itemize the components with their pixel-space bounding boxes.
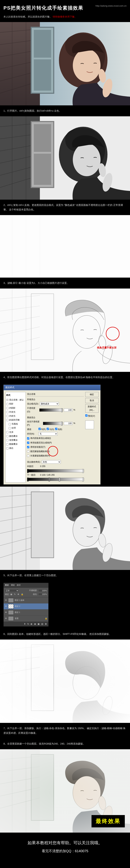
svg-point-31 xyxy=(73,143,101,176)
tab-layers[interactable]: 图层 xyxy=(5,584,9,587)
preview-checkbox[interactable]: 预览(V) xyxy=(85,414,99,418)
adv-opt-2[interactable]: 将剪贴图层混合成组(P) xyxy=(27,441,84,445)
style-item[interactable]: 图案叠加 xyxy=(6,442,25,446)
lock-icon: 🔒 xyxy=(45,617,47,620)
trash-icon[interactable]: 🗑 xyxy=(45,622,47,626)
svg-rect-34 xyxy=(0,215,130,278)
visibility-icon[interactable]: 👁 xyxy=(5,599,7,601)
knockout-label: 挖空(N): xyxy=(27,432,37,436)
this-layer-slider[interactable] xyxy=(27,469,84,472)
adv-opt-1[interactable]: 将内部效果混合成组(I) xyxy=(27,436,84,440)
layer-style-dialog-wrap: 图层样式 样式 混合选项：默认 投影 内阴影 外发光 内发光 斜面和浮雕 等高线… xyxy=(0,383,130,487)
blend-if-select[interactable]: 灰色 xyxy=(42,460,61,464)
link-icon[interactable]: ⬍ xyxy=(24,622,26,626)
visibility-icon[interactable]: 👁 xyxy=(5,611,7,614)
fill-opacity-input[interactable] xyxy=(64,422,72,425)
dialog-options: 混合选项 常规混合 混合模式(D):颜色减淡 不透明度(O):% 高级混合 填充… xyxy=(27,392,84,483)
svg-point-14 xyxy=(73,49,101,82)
header: PS把美女照片转化成手绘素描效果 http://adong.www.zcool.… xyxy=(0,0,130,14)
footer-qq-label: 看完不清楚的加QQ： xyxy=(42,849,75,853)
layer-fill-input[interactable] xyxy=(38,593,47,595)
svg-point-63 xyxy=(73,514,101,547)
step-7-text: 7。向下合并一层。添加蒙版。执行：滤镜-杂色-添加杂色。数量设为 150%。 确… xyxy=(3,727,126,734)
source-url: http://adong.www.zcool.com.cn xyxy=(96,4,127,8)
svg-rect-11 xyxy=(34,30,51,58)
layer-row[interactable]: 👁 图层 2 xyxy=(4,603,48,610)
fill-opacity-label: 填充不透明度(F): xyxy=(27,420,42,427)
step-2-text: 2。ctrl+j 复制 ctrl+i 反相。更改图层的混合模式。设置为 "颜色减… xyxy=(3,204,123,211)
layer-thumb xyxy=(8,610,14,615)
image-sketch-dark xyxy=(0,487,130,570)
style-item[interactable]: 投影 xyxy=(6,402,25,406)
style-item[interactable]: 描边 xyxy=(6,446,25,450)
step-5: 5。向下合并一层。在背景上面建立一个空白图层。 xyxy=(0,570,130,581)
channel-r[interactable]: R(R) xyxy=(38,428,46,431)
layer-thumb xyxy=(8,604,14,609)
style-item[interactable]: 等高线 xyxy=(6,422,25,426)
channel-g[interactable]: G(G) xyxy=(46,428,54,431)
channels-label: 通道: xyxy=(27,428,37,431)
visibility-icon[interactable]: 👁 xyxy=(5,617,7,620)
visibility-icon[interactable]: 👁 xyxy=(5,605,7,608)
intro-main: 本人比较喜欢转绘赋。所以就喜欢的图片嘛。 xyxy=(3,15,52,18)
tab-channels[interactable]: 通道 xyxy=(11,584,15,587)
style-item[interactable]: 内阴影 xyxy=(6,406,25,410)
image-sketch-light: 线条尽量不要太深 xyxy=(0,288,130,372)
footer-line-1: 如果本教程对您有帮助。可以关注我哦。 xyxy=(3,840,127,846)
styles-header: 样式 xyxy=(6,393,25,398)
svg-rect-12 xyxy=(34,59,51,91)
layer-blend-mode[interactable]: 正常 xyxy=(5,589,19,592)
layer-name: 图层 1 xyxy=(15,611,47,614)
style-item[interactable]: 混合选项：默认 xyxy=(6,398,25,402)
layer-style-dialog: 图层样式 样式 混合选项：默认 投影 内阴影 外发光 内发光 斜面和浮雕 等高线… xyxy=(3,385,101,485)
channel-b[interactable]: B(B) xyxy=(55,428,62,431)
ok-button[interactable]: 确定 xyxy=(85,392,99,397)
style-item[interactable]: 内发光 xyxy=(6,414,25,418)
fill-opacity-slider[interactable] xyxy=(43,422,63,425)
adv-opt-5[interactable]: 矢量蒙版隐藏效果(H) xyxy=(27,454,84,458)
step-5-text: 5。向下合并一层。在背景上面建立一个空白图层。 xyxy=(3,574,58,577)
layer-opacity-input[interactable] xyxy=(38,589,47,592)
adv-opt-4[interactable]: 图层蒙版隐藏效果(S) xyxy=(27,449,84,454)
under-layer-slider[interactable] xyxy=(27,478,84,481)
intro-text: 本人比较喜欢转绘赋。所以就喜欢的图片嘛。 悄悄偷懒拿来用下嘛。 xyxy=(0,14,130,22)
style-item[interactable]: 光泽 xyxy=(6,430,25,434)
image-desaturated xyxy=(0,116,130,199)
step-3-text: 3。滤镜-其它-最小值 设置为1。大小自己根据图片进行设置。 xyxy=(3,282,69,284)
opacity-input[interactable] xyxy=(64,408,72,412)
opacity-label: 不透明度(O): xyxy=(27,407,38,413)
layer-row[interactable]: 👁 图层 1 副本 xyxy=(4,597,48,603)
new-style-button[interactable]: 新建样式(W)... xyxy=(85,404,99,412)
layer-row[interactable]: 👁 图层 1 xyxy=(4,610,48,616)
mask-icon[interactable]: ◐ xyxy=(31,622,32,626)
layers-tabs: 图层 通道 路径 xyxy=(4,583,48,588)
style-item[interactable]: 斜面和浮雕 xyxy=(6,418,25,422)
adv-opt-3[interactable]: 透明形状图层(T) xyxy=(27,445,84,449)
style-item[interactable]: 外发光 xyxy=(6,410,25,414)
style-item[interactable]: 渐变叠加 xyxy=(6,438,25,442)
folder-icon[interactable]: ▣ xyxy=(38,622,39,626)
svg-rect-38 xyxy=(0,288,130,372)
style-item[interactable]: 纹理 xyxy=(6,426,25,430)
lock-icons[interactable]: ▦ ✎ ✥ 🔒 xyxy=(10,593,24,596)
dialog-title: 图层样式 xyxy=(4,385,100,390)
tab-paths[interactable]: 路径 xyxy=(17,584,21,587)
opacity-slider[interactable] xyxy=(39,408,63,412)
cancel-button[interactable]: 取消 xyxy=(85,398,99,403)
style-item[interactable]: 颜色叠加 xyxy=(6,434,25,438)
image-final: 最终效果 xyxy=(0,749,130,833)
blend-mode-label: 混合模式(D): xyxy=(27,402,39,406)
layer-row[interactable]: 👁 背景 🔒 xyxy=(4,616,48,622)
knockout-select[interactable]: 无 xyxy=(38,432,58,436)
layer-name: 图层 1 副本 xyxy=(15,599,47,602)
step-2: 2。ctrl+j 复制 ctrl+i 反相。更改图层的混合模式。设置为 "颜色减… xyxy=(0,199,130,215)
step-8: 8。在背景层新建一个空白图层。填充RGB值为240。240。240再添加蒙版。 xyxy=(0,738,130,749)
fx-icon[interactable]: fx xyxy=(27,622,29,626)
image-original xyxy=(0,22,130,105)
step-3: 3。滤镜-其它-最小值 设置为1。大小自己根据图片进行设置。 xyxy=(0,278,130,288)
step-4: 4。双击图层弹出图层样式对话框。对混合选项进行设置。在图层位置按住alt 拖移右… xyxy=(0,372,130,383)
adjust-icon[interactable]: ◉ xyxy=(34,622,36,626)
layer-fill-label: 填充: xyxy=(33,593,37,596)
new-layer-icon[interactable]: ▤ xyxy=(41,622,43,626)
blend-mode-select[interactable]: 颜色减淡 xyxy=(40,402,59,406)
